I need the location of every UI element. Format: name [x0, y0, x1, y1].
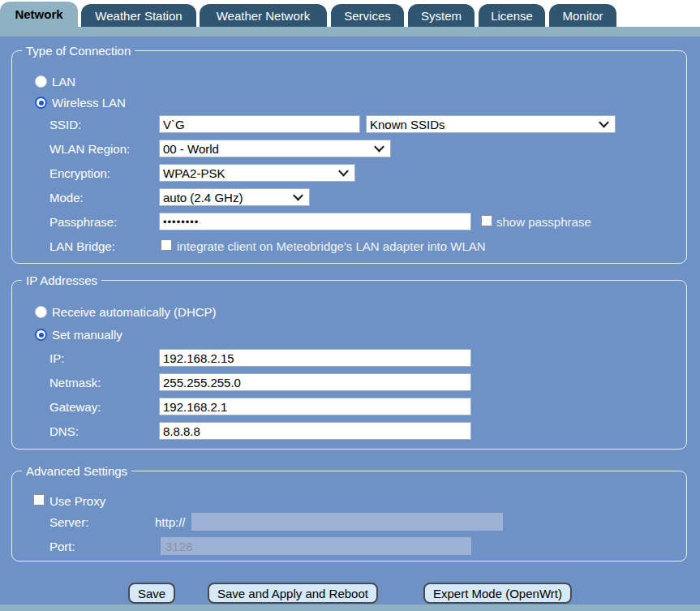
lan-bridge-label: LAN Bridge:: [49, 239, 115, 254]
lan-bridge-checkbox[interactable]: [161, 239, 172, 251]
ssid-input[interactable]: [159, 115, 360, 133]
save-button[interactable]: Save: [128, 583, 175, 604]
advanced-legend: Advanced Settings: [22, 463, 131, 479]
lan-radio-label[interactable]: LAN: [52, 74, 75, 89]
known-ssids-select[interactable]: Known SSIDs: [367, 116, 615, 132]
http-prefix-label: http://: [155, 514, 186, 530]
mode-select-wrap: auto (2.4 GHz): [159, 188, 310, 206]
connection-legend: Type of Connection: [22, 43, 135, 58]
lan-bridge-checkbox-label[interactable]: integrate client on Meteobridge's LAN ad…: [177, 239, 486, 254]
proxy-server-input[interactable]: [191, 513, 503, 531]
use-proxy-checkbox[interactable]: [33, 494, 45, 506]
show-passphrase-checkbox[interactable]: [481, 215, 492, 226]
encryption-label: Encryption:: [49, 166, 110, 181]
encryption-select[interactable]: WPA2-PSK: [160, 165, 354, 181]
tab-strip: [0, 27, 700, 37]
netmask-label: Netmask:: [49, 375, 101, 390]
save-apply-reboot-button[interactable]: Save and Apply and Reboot: [208, 583, 378, 604]
mode-label: Mode:: [49, 190, 84, 205]
ssid-label: SSID:: [49, 117, 81, 132]
use-proxy-label[interactable]: Use Proxy: [49, 493, 105, 509]
tab-weather-station[interactable]: Weather Station: [81, 4, 196, 27]
server-label: Server:: [49, 514, 88, 530]
expert-mode-button[interactable]: Expert Mode (OpenWrt): [423, 583, 572, 604]
tab-network[interactable]: Network: [0, 2, 78, 27]
passphrase-input[interactable]: [159, 213, 471, 230]
tab-weather-network[interactable]: Weather Network: [200, 4, 327, 27]
tab-monitor[interactable]: Monitor: [549, 4, 616, 27]
dns-label: DNS:: [49, 424, 79, 439]
wlan-region-label: WLAN Region:: [49, 141, 130, 157]
show-passphrase-label[interactable]: show passphrase: [496, 214, 591, 230]
tab-services[interactable]: Services: [331, 4, 404, 27]
port-label: Port:: [49, 539, 75, 554]
ip-input[interactable]: [159, 349, 471, 367]
known-ssids-select-wrap: Known SSIDs: [366, 115, 616, 133]
ip-legend: IP Addresses: [22, 273, 101, 288]
gateway-input[interactable]: [159, 398, 471, 415]
network-settings-page: Network Weather Station Weather Network …: [0, 0, 700, 611]
dhcp-radio[interactable]: [35, 306, 47, 318]
passphrase-label: Passphrase:: [49, 214, 117, 230]
lan-radio[interactable]: [35, 75, 47, 88]
mode-select[interactable]: auto (2.4 GHz): [160, 189, 309, 205]
tab-system[interactable]: System: [408, 4, 475, 27]
tab-bar: Network Weather Station Weather Network …: [0, 0, 700, 27]
wlan-region-select[interactable]: 00 - World: [160, 140, 390, 157]
encryption-select-wrap: WPA2-PSK: [159, 164, 355, 182]
manual-radio-label[interactable]: Set manually: [52, 327, 122, 342]
netmask-input[interactable]: [159, 373, 471, 391]
proxy-port-input[interactable]: [161, 537, 471, 555]
wireless-lan-radio[interactable]: [35, 97, 47, 109]
ip-label: IP:: [49, 351, 64, 366]
connection-fieldset: Type of Connection LAN Wireless LAN SSID…: [11, 50, 687, 264]
dhcp-radio-label[interactable]: Receive automatically (DHCP): [52, 304, 217, 320]
manual-radio[interactable]: [35, 329, 47, 341]
wireless-lan-radio-label[interactable]: Wireless LAN: [52, 95, 126, 110]
tab-license[interactable]: License: [479, 4, 545, 27]
ip-fieldset: IP Addresses Receive automatically (DHCP…: [11, 280, 687, 450]
bottom-strip: [0, 605, 700, 611]
gateway-label: Gateway:: [49, 399, 101, 415]
wlan-region-select-wrap: 00 - World: [159, 140, 391, 157]
dns-input[interactable]: [159, 422, 471, 440]
advanced-fieldset: Advanced Settings Use Proxy Server: http…: [11, 471, 687, 562]
